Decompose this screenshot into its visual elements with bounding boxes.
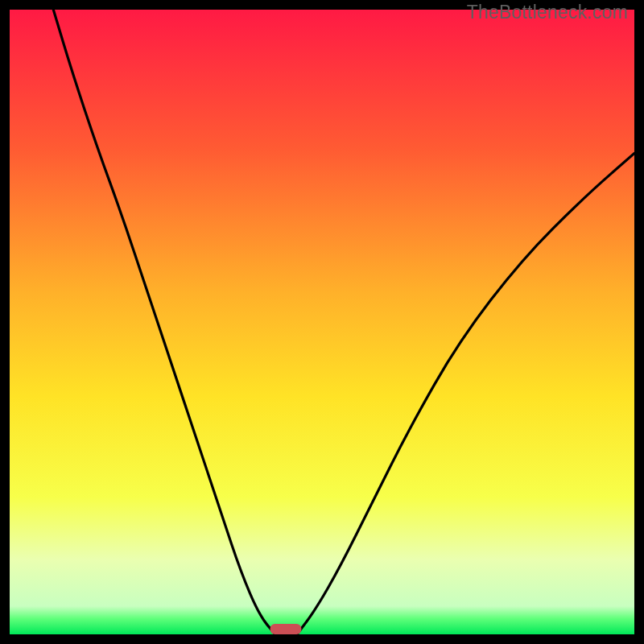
gradient-background — [10, 10, 634, 634]
watermark-text: TheBottleneck.com — [467, 2, 628, 23]
chart-frame — [10, 10, 634, 634]
chart-svg — [10, 10, 634, 634]
bottleneck-marker — [270, 624, 302, 634]
